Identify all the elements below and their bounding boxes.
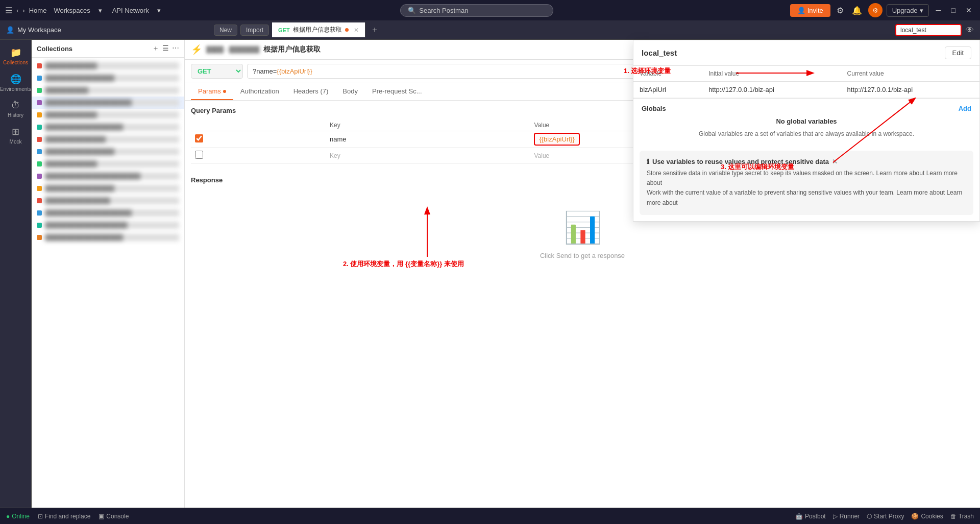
main-area: 📁 Collections 🌐 Environments ⏱ History ⊞… [0, 40, 980, 508]
list-item[interactable]: ██████████ [32, 84, 184, 97]
tab-method: GET [278, 27, 290, 33]
import-button[interactable]: Import [240, 25, 269, 36]
sidebar-item-history[interactable]: ⏱ History [2, 97, 30, 121]
status-start-proxy[interactable]: ⬡ Start Proxy [867, 513, 904, 520]
sidebar-item-collections[interactable]: 📁 Collections [2, 44, 30, 68]
invite-button[interactable]: 👤 Invite [790, 4, 830, 17]
list-item[interactable]: ████████████ [32, 109, 184, 121]
add-global-link[interactable]: Add [959, 105, 971, 112]
params-dot [223, 90, 226, 93]
topbar-actions: 👤 Invite ⚙ 🔔 ⚙ Upgrade ▾ ─ □ ✕ [790, 3, 975, 17]
new-button[interactable]: New [214, 25, 237, 36]
page-title: 根据用户信息获取 [263, 45, 321, 54]
search-box[interactable]: 🔍 Search Postman [400, 4, 553, 17]
current-col-header: Current value [841, 66, 979, 82]
tab-body[interactable]: Body [335, 83, 365, 100]
env-table: Variable Initial value Current value biz… [633, 66, 979, 98]
list-item[interactable]: ███████████████ [32, 195, 184, 207]
initial-col-header: Initial value [702, 66, 841, 82]
status-runner[interactable]: ▷ Runner [833, 513, 860, 520]
param-value-empty[interactable]: Value [534, 152, 549, 159]
runner-icon: ▷ [833, 513, 838, 520]
postbot-icon: 🤖 [795, 513, 803, 520]
profile-icon[interactable]: ⚙ [868, 3, 883, 17]
param-checkbox-1[interactable] [195, 134, 203, 142]
list-item[interactable]: ████████████████ [32, 146, 184, 158]
param-checkbox-empty[interactable] [195, 151, 203, 159]
tab-params[interactable]: Params [191, 83, 233, 100]
status-postbot[interactable]: 🤖 Postbot [795, 513, 826, 520]
status-right: 🤖 Postbot ▷ Runner ⬡ Start Proxy 🍪 Cooki… [795, 513, 974, 520]
status-online[interactable]: ● Online [6, 513, 30, 520]
status-trash[interactable]: 🗑 Trash [950, 513, 974, 520]
list-item[interactable]: ████████████████████ [32, 97, 184, 109]
env-var-initial: http://127.0.0.1/biz-api [702, 82, 841, 98]
request-tab-active[interactable]: GET 根据用户信息获取 ✕ [272, 22, 365, 37]
param-value-1[interactable]: {{bizApiUrl}} [534, 133, 579, 146]
add-collection-icon[interactable]: ＋ [152, 44, 159, 53]
search-icon: 🔍 [408, 7, 416, 14]
env-selector: local_test No Environment 👁 [895, 24, 974, 36]
tab-prerequest[interactable]: Pre-request Sc... [365, 83, 429, 100]
list-item[interactable]: ██████████████████ [32, 121, 184, 133]
mock-icon: ⊞ [12, 126, 19, 137]
status-console[interactable]: ▣ Console [99, 513, 129, 520]
search-area: 🔍 Search Postman [168, 4, 786, 17]
sidebar-item-environments[interactable]: 🌐 Environments [2, 70, 30, 95]
request-panel: ⚡ ████ › ███████ 根据用户信息获取 GET POST PUT D… [185, 40, 980, 508]
menu-icon[interactable]: ☰ [5, 6, 12, 15]
var-col-header: Variable [633, 66, 702, 82]
env-panel: local_test Edit Variable Initial value C… [633, 40, 980, 222]
tab-authorization[interactable]: Authorization [233, 83, 286, 100]
more-icon[interactable]: ⋯ [172, 44, 179, 53]
nav-home[interactable]: Home [29, 7, 47, 14]
add-tab-button[interactable]: ＋ [365, 21, 384, 38]
tab-close-icon[interactable]: ✕ [354, 27, 359, 34]
nav-workspaces[interactable]: Workspaces ▾ [51, 5, 105, 16]
list-item[interactable]: ████████████ [32, 158, 184, 170]
settings-icon[interactable]: ⚙ [835, 4, 846, 17]
method-select[interactable]: GET POST PUT DELETE [191, 64, 243, 79]
list-item[interactable]: ████████████ [32, 60, 184, 72]
nav-back[interactable]: ‹ [16, 7, 18, 14]
tabs-bar: GET 根据用户信息获取 ✕ ＋ [272, 21, 895, 38]
status-find-replace[interactable]: ⊡ Find and replace [38, 513, 90, 520]
info-banner: ℹ Use variables to reuse values and prot… [640, 151, 973, 215]
sort-icon[interactable]: ☰ [162, 44, 169, 53]
minimize-button[interactable]: ─ [933, 5, 944, 15]
history-icon: ⏱ [11, 100, 20, 111]
list-item[interactable]: ██████████████████ [32, 231, 184, 244]
list-item[interactable]: ██████████████████████ [32, 170, 184, 182]
list-item[interactable]: ██████████████ [32, 133, 184, 146]
sidebar: 📁 Collections 🌐 Environments ⏱ History ⊞… [0, 40, 32, 508]
nav-forward[interactable]: › [22, 7, 24, 14]
env-panel-title: local_test [642, 49, 945, 57]
list-item[interactable]: ████████████████ [32, 182, 184, 195]
bell-icon[interactable]: 🔔 [850, 4, 864, 17]
banner-close-icon[interactable]: ✕ [832, 158, 838, 165]
nav-api-network[interactable]: API Network ▾ [109, 5, 164, 16]
workspace-bar: 👤 My Workspace New Import GET 根据用户信息获取 ✕… [0, 20, 980, 40]
environment-dropdown[interactable]: local_test No Environment [895, 24, 962, 36]
env-eye-icon[interactable]: 👁 [966, 26, 974, 35]
list-item[interactable]: ████████████████████ [32, 207, 184, 219]
collections-panel: Collections ＋ ☰ ⋯ ████████████ █████████… [32, 40, 185, 508]
status-cookies[interactable]: 🍪 Cookies [911, 513, 943, 520]
workspace-icon: 👤 [6, 26, 14, 34]
panel-actions: ＋ ☰ ⋯ [152, 44, 179, 53]
param-key-empty[interactable]: Key [330, 152, 340, 159]
url-variable: {{bizApiUrl}} [277, 67, 312, 75]
sidebar-item-mock[interactable]: ⊞ Mock [2, 123, 30, 148]
upgrade-button[interactable]: Upgrade ▾ [887, 4, 929, 17]
maximize-button[interactable]: □ [948, 5, 959, 15]
tab-dot [345, 28, 349, 32]
breadcrumb: ████ › ███████ [206, 46, 259, 53]
proxy-icon: ⬡ [867, 513, 872, 520]
info-banner-text: Store sensitive data in variable type se… [647, 169, 966, 208]
edit-button[interactable]: Edit [945, 46, 971, 59]
list-item[interactable]: ███████████████████ [32, 219, 184, 231]
close-button[interactable]: ✕ [963, 5, 975, 15]
tab-headers[interactable]: Headers (7) [286, 83, 336, 100]
param-key-1: name [330, 135, 347, 143]
list-item[interactable]: ████████████████ [32, 72, 184, 84]
